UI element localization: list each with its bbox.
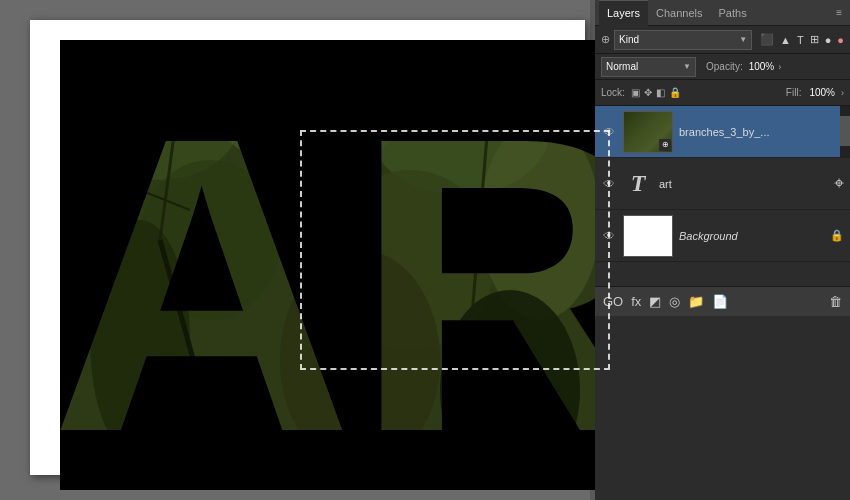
filter-icons: ⬛ ▲ T ⊞ ● ●: [760, 33, 844, 46]
blend-chevron: ▼: [683, 62, 691, 71]
filter-toggle[interactable]: ●: [837, 34, 844, 46]
blend-opacity-row: Normal ▼ Opacity: 100% ›: [595, 54, 850, 80]
opacity-value: 100%: [749, 61, 775, 72]
thumb-white-fill: [624, 216, 672, 256]
tab-layers[interactable]: Layers: [599, 0, 648, 26]
layer-thumb-background: [623, 215, 673, 257]
selection-rectangle: [300, 130, 610, 370]
layer-type-icon-art: T: [623, 170, 653, 197]
opacity-label: Opacity:: [706, 61, 743, 72]
fill-label: Fill:: [786, 87, 802, 98]
filter-shape-icon[interactable]: ⊞: [810, 33, 819, 46]
lock-icons-group: ▣ ✥ ◧ 🔒: [631, 87, 681, 98]
layers-scrollbar[interactable]: [840, 106, 850, 157]
filter-search-icon: ⊕: [601, 33, 610, 46]
tab-paths[interactable]: Paths: [711, 0, 755, 26]
layer-thumb-branches: ⊕: [623, 111, 673, 153]
panel-menu-button[interactable]: ≡: [832, 5, 846, 20]
document-area: ART: [30, 20, 585, 475]
lock-row: Lock: ▣ ✥ ◧ 🔒 Fill: 100% ›: [595, 80, 850, 106]
adjustment-icon[interactable]: ◎: [669, 294, 680, 309]
lock-all-icon[interactable]: 🔒: [669, 87, 681, 98]
filter-adjust-icon[interactable]: ▲: [780, 34, 791, 46]
layer-name-art: art: [659, 178, 828, 190]
group-icon[interactable]: 📁: [688, 294, 704, 309]
background-lock-icon: 🔒: [830, 229, 844, 242]
layer-item-background[interactable]: 👁 Background 🔒: [595, 210, 850, 262]
layer-item-branches[interactable]: 👁 ⊕ branches_3_by_...: [595, 106, 850, 158]
fx-icon[interactable]: fx: [631, 294, 641, 309]
filter-smart-icon[interactable]: ●: [825, 34, 832, 46]
layer-name-branches: branches_3_by_...: [679, 126, 844, 138]
layers-list: 👁 ⊕ branches_3_by_... 👁 T art ⌖ 👁: [595, 106, 850, 286]
bottom-toolbar: GO fx ◩ ◎ 📁 📄 🗑: [595, 286, 850, 316]
delete-icon[interactable]: 🗑: [829, 294, 842, 309]
filter-row: ⊕ Kind ▼ ⬛ ▲ T ⊞ ● ●: [595, 26, 850, 54]
tab-channels[interactable]: Channels: [648, 0, 710, 26]
fill-arrow[interactable]: ›: [841, 88, 844, 98]
tab-bar: Layers Channels Paths ≡: [595, 0, 850, 26]
opacity-arrow[interactable]: ›: [778, 62, 781, 72]
lock-label: Lock:: [601, 87, 625, 98]
filter-kind-dropdown[interactable]: Kind ▼: [614, 30, 752, 50]
fill-value: 100%: [809, 87, 835, 98]
dropdown-chevron: ▼: [739, 35, 747, 44]
lock-position-icon[interactable]: ◧: [656, 87, 665, 98]
filter-text-icon[interactable]: T: [797, 34, 804, 46]
layers-panel: Layers Channels Paths ≡ ⊕ Kind ▼ ⬛ ▲ T ⊞…: [595, 0, 850, 500]
layer-item-art[interactable]: 👁 T art ⌖: [595, 158, 850, 210]
scrollbar-thumb[interactable]: [840, 116, 850, 146]
cursor-icon: ⌖: [834, 173, 844, 194]
lock-image-icon[interactable]: ✥: [644, 87, 652, 98]
filter-pixel-icon[interactable]: ⬛: [760, 33, 774, 46]
blend-mode-dropdown[interactable]: Normal ▼: [601, 57, 696, 77]
lock-transparent-icon[interactable]: ▣: [631, 87, 640, 98]
mask-icon[interactable]: ◩: [649, 294, 661, 309]
svg-point-9: [90, 220, 190, 460]
thumb-clipping-badge: ⊕: [659, 139, 671, 151]
layer-name-background: Background: [679, 230, 824, 242]
new-layer-icon[interactable]: 📄: [712, 294, 728, 309]
